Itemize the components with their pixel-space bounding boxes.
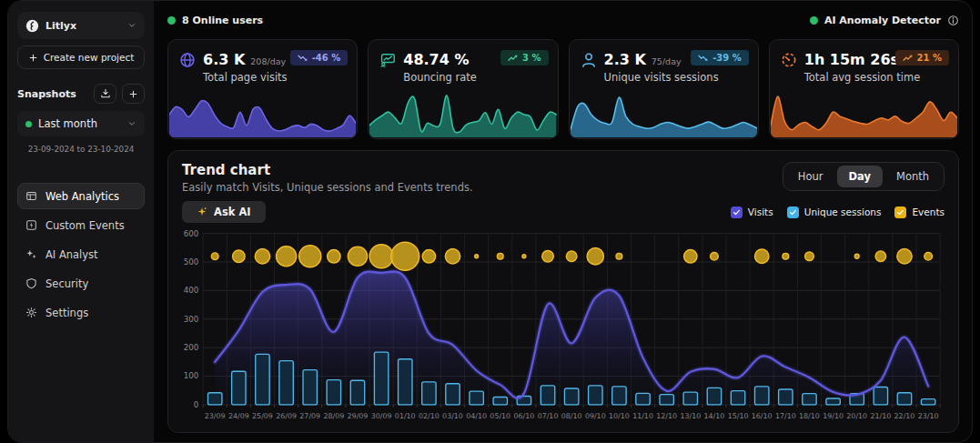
stat-card-total-page-visits: 6.3 K208/dayTotal page visits-46 % [167,39,358,139]
anomaly-dot [810,16,818,25]
online-dot [167,16,176,25]
svg-text:06/10: 06/10 [514,412,535,420]
svg-text:500: 500 [184,257,199,267]
trend-down-icon [298,55,308,62]
svg-text:25/09: 25/09 [252,412,273,420]
svg-text:16/10: 16/10 [752,412,773,420]
online-users-label: 8 Online users [182,15,263,26]
custom-events-icon [25,219,37,231]
sidebar-item-label: AI Analyst [45,248,98,261]
sidebar-item-custom-events[interactable]: Custom Events [17,212,145,238]
plus-icon [128,89,138,99]
sidebar-nav: Web AnalyticsCustom EventsAI AnalystSecu… [17,183,145,326]
create-project-button[interactable]: Create new project [17,45,145,69]
svg-text:600: 600 [184,229,199,238]
sidebar-item-security[interactable]: Security [17,270,145,297]
svg-text:02/10: 02/10 [419,412,439,420]
checkbox-checked-icon[interactable] [894,206,906,218]
svg-text:10/10: 10/10 [609,412,630,420]
svg-text:200: 200 [184,343,199,352]
legend-visits[interactable]: Visits [731,206,773,218]
ask-ai-button[interactable]: Ask AI [182,201,266,223]
stat-badge-text: 3 % [522,53,541,63]
main-content: 8 Online users AI Anomaly Detector 6.3 K… [154,1,972,442]
chevron-down-icon [127,21,136,30]
svg-text:13/10: 13/10 [680,412,701,420]
sparkle-icon [197,206,207,217]
stat-value: 2.3 K [604,51,646,68]
stat-value-row: 2.3 K75/day [604,51,682,68]
sidebar-item-web-analytics[interactable]: Web Analytics [17,183,145,209]
timer-icon [781,52,797,68]
svg-text:04/10: 04/10 [466,412,487,420]
stat-trend-badge: -46 % [290,50,349,65]
tab-month[interactable]: Month [884,166,941,187]
stat-rate: 75/day [652,56,682,66]
svg-text:08/10: 08/10 [561,412,582,420]
sidebar-item-label: Settings [45,307,88,319]
trend-header: Trend chart Easily match Visits, Unique … [182,162,945,194]
trend-panel: Trend chart Easily match Visits, Unique … [167,150,959,433]
ask-ai-label: Ask AI [214,206,251,218]
svg-text:400: 400 [184,286,199,295]
tab-day[interactable]: Day [837,166,883,187]
svg-text:07/10: 07/10 [538,412,559,420]
stat-value: 6.3 K [203,51,245,68]
svg-text:23/10: 23/10 [918,412,939,420]
stat-label: Total page visits [168,68,357,84]
snapshot-active-dot [25,121,32,127]
stat-sparkline [369,88,556,137]
svg-text:27/09: 27/09 [299,412,320,420]
legend-unique-sessions[interactable]: Unique sessions [787,206,882,218]
project-selector[interactable]: Litlyx [17,12,145,39]
snapshot-date-range: 23-09-2024 to 23-10-2024 [17,145,145,154]
sidebar: Litlyx Create new project Snapshots Last… [8,1,154,442]
tab-hour[interactable]: Hour [786,166,835,187]
stat-trend-badge: 3 % [500,50,548,65]
anomaly-detector: AI Anomaly Detector [810,15,959,26]
info-icon[interactable] [947,15,959,26]
snapshot-select[interactable]: Last month [17,111,145,136]
settings-icon [25,307,37,318]
sidebar-item-ai-analyst[interactable]: AI Analyst [17,241,145,267]
stat-label: Bouncing rate [369,68,557,84]
snapshot-selected-value: Last month [38,117,121,130]
chart-legend: VisitsUnique sessionsEvents [731,206,945,218]
legend-label: Events [912,206,945,217]
trend-toolbar: Ask AI VisitsUnique sessionsEvents [182,201,945,223]
trend-titles: Trend chart Easily match Visits, Unique … [182,162,473,194]
export-snapshot-button[interactable] [94,84,116,104]
stat-badge-text: -46 % [312,53,341,63]
stat-value: 1h 15m 26s [804,51,899,68]
page-title: Trend chart [182,162,473,178]
add-snapshot-button[interactable] [122,84,145,104]
svg-text:18/10: 18/10 [799,412,820,420]
stat-sparkline [169,88,356,137]
project-name: Litlyx [45,20,121,32]
stat-cards-row: 6.3 K208/dayTotal page visits-46 %48.74 … [167,39,959,139]
stat-label: Unique visits sessions [570,68,758,84]
svg-text:21/10: 21/10 [870,412,891,420]
stat-card-bouncing-rate: 48.74 %Bouncing rate3 % [368,39,558,139]
stat-card-total-avg-session-time: 1h 15m 26sTotal avg session time21 % [769,39,959,139]
stat-value: 48.74 % [403,51,469,68]
stat-value-row: 1h 15m 26s [804,51,899,68]
svg-text:22/10: 22/10 [894,412,915,420]
create-project-label: Create new project [44,52,135,63]
sidebar-item-settings[interactable]: Settings [17,299,145,326]
security-icon [25,277,37,289]
checkbox-checked-icon[interactable] [731,206,743,218]
trend-subtitle: Easily match Visits, Unique sessions and… [182,181,473,194]
bounce-rate-icon [379,52,396,68]
legend-label: Visits [748,206,773,217]
stat-card-unique-visits-sessions: 2.3 K75/dayUnique visits sessions-39 % [569,39,759,139]
stat-trend-badge: 21 % [895,50,949,65]
person-icon [581,52,597,68]
sidebar-item-label: Custom Events [45,219,125,232]
sidebar-item-label: Security [45,277,88,290]
checkbox-checked-icon[interactable] [787,206,799,218]
trend-up-icon [903,55,913,62]
legend-events[interactable]: Events [894,206,945,218]
snapshots-label: Snapshots [17,88,88,100]
online-users: 8 Online users [167,15,263,26]
